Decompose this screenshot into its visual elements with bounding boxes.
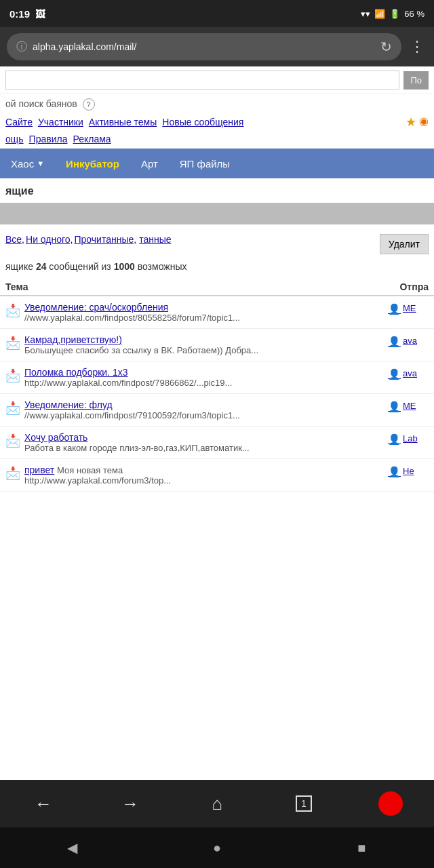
status-left: 0:19 🖼 [9, 8, 45, 20]
reload-button[interactable]: ↻ [380, 39, 392, 55]
search-hint-text: ой поиск баянов [5, 98, 77, 109]
back-icon: ← [35, 793, 52, 814]
sender-name-3: МЕ [403, 401, 416, 411]
col-header-sender: Отпра [374, 281, 429, 292]
nav-tabs-button[interactable]: 1 [277, 783, 331, 824]
tab-yp-files[interactable]: ЯП файлы [169, 149, 241, 178]
msg-preview-3: //www.yaplakal.com/findpost/79100592/for… [24, 410, 384, 420]
msg-preview-4: Работа в каком городе плиз-эл-во,газ,КИП… [24, 443, 384, 453]
sender-name-5: Не [403, 466, 414, 476]
msg-sender-1[interactable]: 👤 ava [388, 336, 429, 348]
msg-count-prefix: ящике [5, 261, 33, 272]
sender-avatar-icon-3: 👤 [388, 401, 401, 413]
sender-name-1: ava [403, 336, 417, 346]
msg-subject-3[interactable]: Уведомление: флуд [24, 399, 384, 410]
section-header-text: ящие [5, 185, 34, 197]
nav-link-site[interactable]: Сайте [5, 117, 33, 127]
msg-icon-1: 📩 [5, 336, 20, 351]
nav-forward-button[interactable]: → [103, 783, 157, 824]
tab-inkubator-label: Инкубатор [66, 158, 119, 170]
browser-bar: ⓘ alpha.yaplakal.com/mail/ ↻ ⋮ [0, 27, 434, 66]
tab-yp-files-label: ЯП файлы [180, 158, 230, 170]
opera-icon [378, 791, 403, 816]
table-header: Тема Отпра [0, 279, 434, 296]
nav-link-ads[interactable]: Реклама [73, 134, 111, 144]
tab-bar: Хаос ▼ Инкубатор Арт ЯП файлы [0, 149, 434, 178]
info-icon: ⓘ [16, 40, 27, 54]
msg-sender-2[interactable]: 👤 ava [388, 368, 429, 380]
filter-none[interactable]: Ни одного, [26, 234, 73, 245]
rss-icon: ◉ [419, 115, 429, 130]
msg-body-4: Хочу работать Работа в каком городе плиз… [24, 432, 384, 453]
msg-subject-5[interactable]: привет [24, 465, 54, 475]
msg-preview-5-inline: Моя новая тема [57, 465, 123, 475]
msg-sender-0[interactable]: 👤 МЕ [388, 303, 429, 315]
home-icon: ⌂ [212, 793, 222, 814]
tabs-count-badge: 1 [296, 795, 312, 812]
sys-home-button[interactable]: ● [190, 840, 244, 856]
msg-body-1: Камрад,приветствую!) Большущее спасибо з… [24, 334, 384, 355]
filter-unread[interactable]: танные [139, 234, 171, 245]
nav-link-rules[interactable]: Правила [29, 134, 68, 144]
msg-icon-0: 📩 [5, 303, 20, 318]
msg-icon-4: 📩 [5, 433, 20, 448]
system-nav-bar: ◀ ● ■ [0, 827, 434, 868]
sender-name-2: ava [403, 368, 417, 378]
nav-opera-button[interactable] [363, 783, 418, 824]
msg-subject-2[interactable]: Поломка подборки. 1х3 [24, 367, 384, 378]
nav-link-help[interactable]: ощь [5, 134, 24, 144]
wifi-icon: ▾▾ [361, 9, 370, 19]
search-hint: ой поиск баянов ? [0, 94, 434, 112]
msg-count-2: 1000 [114, 261, 135, 272]
filter-all[interactable]: Все, [5, 234, 24, 245]
nav-link-active-topics[interactable]: Активные темы [89, 117, 157, 127]
msg-sender-5[interactable]: 👤 Не [388, 466, 429, 478]
tab-art[interactable]: Арт [130, 149, 169, 178]
nav-link-members[interactable]: Участники [38, 117, 83, 127]
table-row: 📩 Поломка подборки. 1х3 http://www.yapla… [0, 361, 434, 394]
msg-preview-0: //www.yaplakal.com/findpost/80558258/for… [24, 313, 384, 323]
msg-preview-5: http://www.yaplakal.com/forum3/top... [24, 475, 384, 486]
tab-inkubator[interactable]: Инкубатор [55, 149, 130, 178]
msg-body-3: Уведомление: флуд //www.yaplakal.com/fin… [24, 399, 384, 420]
msg-subject-1[interactable]: Камрад,приветствую!) [24, 334, 384, 345]
search-button[interactable]: По [403, 71, 429, 90]
msg-icon-3: 📩 [5, 401, 20, 416]
sender-avatar-icon-1: 👤 [388, 336, 401, 348]
sender-avatar-icon-5: 👤 [388, 466, 401, 478]
nav-home-button[interactable]: ⌂ [190, 783, 244, 824]
nav-back-button[interactable]: ← [16, 783, 71, 824]
msg-icon-5: 📩 [5, 466, 20, 481]
browser-bottom-nav: ← → ⌂ 1 [0, 780, 434, 827]
sender-avatar-icon-0: 👤 [388, 303, 401, 315]
sys-back-button[interactable]: ■ [334, 840, 389, 856]
delete-button[interactable]: Удалит [380, 234, 429, 254]
photo-icon: 🖼 [35, 8, 45, 20]
url-text[interactable]: alpha.yaplakal.com/mail/ [33, 41, 375, 52]
table-row: 📩 Хочу работать Работа в каком городе пл… [0, 427, 434, 459]
msg-body-0: Уведомление: срач/оскорбления //www.yapl… [24, 302, 384, 323]
msg-subject-4[interactable]: Хочу работать [24, 432, 384, 443]
sys-back-icon: ■ [357, 840, 366, 855]
browser-menu-button[interactable]: ⋮ [407, 38, 427, 56]
forward-icon: → [121, 793, 139, 814]
sys-recents-button[interactable]: ◀ [45, 840, 100, 856]
tab-haos[interactable]: Хаос ▼ [0, 149, 55, 178]
signal-icon: 📶 [374, 9, 385, 19]
msg-preview-2: http://www.yaplakal.com/findpost/7986686… [24, 378, 384, 388]
tab-haos-label: Хаос [11, 158, 34, 170]
status-right: ▾▾ 📶 🔋 66 % [361, 9, 425, 19]
table-row: 📩 привет Моя новая тема http://www.yapla… [0, 459, 434, 492]
sys-home-icon: ● [213, 840, 221, 855]
msg-sender-4[interactable]: 👤 Lab [388, 433, 429, 446]
msg-subject-0[interactable]: Уведомление: срач/оскорбления [24, 302, 384, 313]
sender-avatar-icon-2: 👤 [388, 368, 401, 380]
filter-links: Все, Ни одного, Прочитанные, танные [5, 234, 377, 245]
status-bar: 0:19 🖼 ▾▾ 📶 🔋 66 % [0, 0, 434, 27]
url-bar[interactable]: ⓘ alpha.yaplakal.com/mail/ ↻ [7, 33, 401, 60]
msg-sender-3[interactable]: 👤 МЕ [388, 401, 429, 413]
search-input[interactable] [5, 71, 399, 90]
nav-link-new-msgs[interactable]: Новые сообщения [162, 117, 243, 127]
section-header: ящие [0, 178, 434, 203]
filter-read[interactable]: Прочитанные, [74, 234, 136, 245]
